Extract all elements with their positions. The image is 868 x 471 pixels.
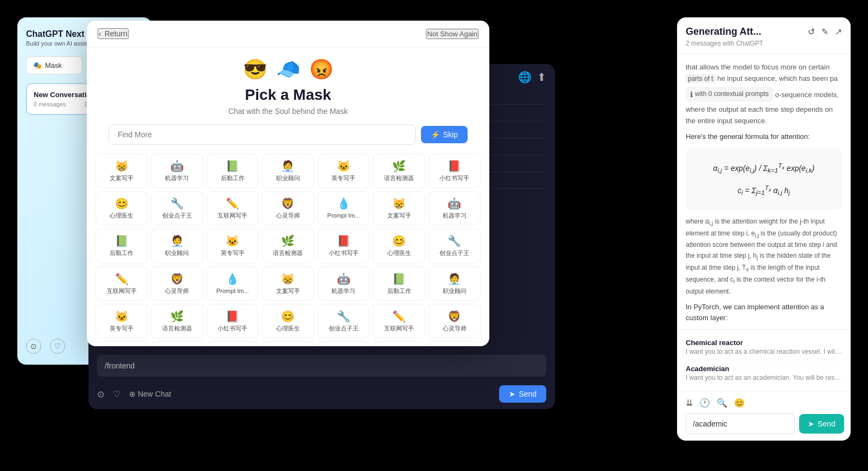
- suggestion-academician[interactable]: Academician I want you to act as an acad…: [686, 360, 842, 386]
- new-chat-dark[interactable]: ⊕ New Chat: [129, 390, 171, 398]
- mask-item[interactable]: 😸文案写手: [151, 341, 203, 346]
- math-line-1: αi,j = exp(ei,j) / Σk=1Tx exp(ei,k): [694, 161, 833, 176]
- send-button-dark[interactable]: ➤ Send: [499, 385, 546, 403]
- mask-item[interactable]: 🤖机器学习: [317, 266, 369, 301]
- share-icon[interactable]: ↗: [835, 27, 842, 37]
- right-panel-footer: ⇊ 🕐 🔍 😊 ➤ Send: [677, 391, 851, 441]
- math-block: αi,j = exp(ei,j) / Σk=1Tx exp(ei,k) ci =…: [686, 149, 842, 209]
- mask-item[interactable]: ✏️互联网写手: [207, 191, 259, 225]
- collapse-icon[interactable]: ⇊: [686, 398, 693, 408]
- mask-item[interactable]: 🌿语言检测器: [151, 304, 203, 338]
- mask-item[interactable]: 🌿语言检测器: [262, 228, 314, 263]
- globe-icon[interactable]: 🌐: [518, 71, 532, 84]
- suggestions-area: Chemical reactor I want you to act as a …: [677, 329, 851, 391]
- mask-item[interactable]: 💧Prompt Im...: [95, 341, 148, 346]
- mask-item[interactable]: 📕小红书写手: [207, 304, 259, 338]
- formula-intro: Here's the general formula for attention…: [686, 131, 842, 143]
- footer-icons: ⊙ ♡: [26, 339, 65, 354]
- search-footer-icon[interactable]: 🔍: [717, 398, 727, 408]
- math-line-2: ci = Σj=1Tx αi,j hj: [694, 183, 833, 198]
- mask-item[interactable]: 🦁心灵导师: [262, 191, 314, 225]
- mask-item[interactable]: 😸文案写手: [373, 191, 425, 225]
- send-icon-dark: ➤: [509, 390, 515, 398]
- mask-item[interactable]: 📗后勤工作: [95, 228, 148, 263]
- mask-item[interactable]: 📗后勤工作: [207, 154, 259, 188]
- mask-item[interactable]: 🔧创业点子王: [151, 191, 203, 225]
- right-panel-subtitle: 2 messages with ChatGPT: [686, 40, 842, 47]
- mask-item[interactable]: ✏️互联网写手: [373, 304, 425, 338]
- python-intro: In PyTorch, we can implement attention a…: [686, 302, 842, 324]
- chat-footer: ⊙ ♡ ⊕ New Chat ➤ Send: [88, 382, 555, 409]
- mask-search-input[interactable]: [108, 124, 416, 145]
- mask-item[interactable]: 🌿语言检测器: [373, 154, 425, 188]
- mask-item[interactable]: 📗启动工作: [262, 341, 314, 346]
- not-show-again-button[interactable]: Not Show Again: [426, 29, 478, 39]
- modal-topbar: ‹ Return Not Show Again: [87, 21, 489, 47]
- upload-icon[interactable]: ⬆: [537, 71, 546, 84]
- info-icon: ℹ: [690, 88, 693, 100]
- chat-footer-left: ⊙ ♡ ⊕ New Chat: [97, 389, 171, 399]
- skip-button[interactable]: ⚡ Skip: [421, 126, 468, 143]
- mask-item[interactable]: ✏️互联网写手: [95, 266, 148, 301]
- mask-item[interactable]: 🧑‍💼职业顾问: [317, 341, 369, 346]
- mask-item[interactable]: 🤖机器学习: [151, 154, 203, 188]
- emoji-3: 😡: [309, 58, 334, 81]
- bookmark-icon[interactable]: ♡: [113, 389, 120, 399]
- modal-emoji-row: 😎 🧢 😡: [87, 58, 489, 81]
- right-panel-content: that allows the model to focus more on c…: [677, 54, 851, 329]
- suggestion-chemical-reactor[interactable]: Chemical reactor I want you to act as a …: [686, 334, 842, 360]
- modal-title: Pick a Mask: [87, 86, 489, 104]
- mask-item[interactable]: 🦁心灵导师: [151, 266, 203, 301]
- explanation-text: where αi,j is the attention weight for t…: [686, 217, 842, 297]
- clock-icon[interactable]: 🕐: [699, 398, 710, 408]
- mask-item[interactable]: 🐱英专写手: [95, 304, 148, 338]
- settings-icon-chat[interactable]: ⊙: [97, 389, 104, 399]
- mask-item[interactable]: 🤖机器学习: [429, 191, 481, 225]
- mask-modal: ‹ Return Not Show Again 😎 🧢 😡 Pick a Mas…: [87, 21, 489, 346]
- undo-icon[interactable]: ↺: [808, 27, 815, 37]
- return-button[interactable]: ‹ Return: [98, 28, 129, 39]
- mask-item[interactable]: 😸文案写手: [262, 266, 314, 301]
- emoji-footer-icon[interactable]: 😊: [734, 398, 745, 408]
- right-header-icons: ↺ ✎ ↗: [808, 27, 842, 37]
- mask-item[interactable]: 🐱英专写手: [207, 228, 259, 263]
- parts-of-text: parts of t: [686, 74, 716, 83]
- right-input-row: ➤ Send: [686, 413, 842, 434]
- send-icon-right: ➤: [808, 419, 814, 428]
- right-chat-input[interactable]: [686, 413, 795, 434]
- lightning-icon: ⚡: [431, 130, 440, 139]
- mask-item[interactable]: 📕小红书写手: [317, 228, 369, 263]
- right-panel-title: Generating Att...: [686, 26, 761, 37]
- mask-item[interactable]: 💧Prompt Im...: [207, 266, 259, 301]
- modal-subtitle: Chat with the Soul behind the Mask: [87, 107, 489, 116]
- mask-grid: 😸文案写手🤖机器学习📗后勤工作🧑‍💼职业顾问🐱英专写手🌿语言检测器📕小红书写手😊…: [87, 154, 489, 346]
- chat-input[interactable]: [97, 355, 546, 377]
- mask-item[interactable]: 😸文案写手: [95, 154, 148, 188]
- mask-item[interactable]: 🐱英专写手: [317, 154, 369, 188]
- mask-item[interactable]: 😊心理医生: [373, 228, 425, 263]
- mask-item[interactable]: 🌿语言检测器: [429, 341, 481, 346]
- mask-item[interactable]: 🔧创业点子王: [429, 228, 481, 263]
- mask-item[interactable]: 💧Prompt Im...: [317, 191, 369, 225]
- modal-search-row: ⚡ Skip: [87, 124, 489, 145]
- right-footer-icons: ⇊ 🕐 🔍 😊: [686, 398, 842, 408]
- mask-button[interactable]: 🎭 Mask: [26, 56, 82, 74]
- mask-item[interactable]: 🤖机器学习: [207, 341, 259, 346]
- emoji-2: 🧢: [276, 58, 301, 81]
- github-icon[interactable]: ♡: [50, 339, 65, 354]
- chevron-left-icon: ‹: [99, 29, 101, 38]
- mask-item[interactable]: 🧑‍💼职业顾问: [429, 266, 481, 301]
- mask-item[interactable]: 🐱英专写手: [373, 341, 425, 346]
- edit-icon[interactable]: ✎: [821, 27, 828, 37]
- mask-item[interactable]: 📗后勤工作: [373, 266, 425, 301]
- mask-item[interactable]: 🧑‍💼职业顾问: [262, 154, 314, 188]
- settings-icon[interactable]: ⊙: [26, 339, 41, 354]
- mask-item[interactable]: 🦁心灵导师: [429, 304, 481, 338]
- right-send-button[interactable]: ➤ Send: [799, 414, 844, 434]
- mask-item[interactable]: 📕小红书写手: [429, 154, 481, 188]
- mask-item[interactable]: 🧑‍💼职业顾问: [151, 228, 203, 263]
- mask-item[interactable]: 🔧创业点子王: [317, 304, 369, 338]
- mask-item[interactable]: 😊心理医生: [95, 191, 148, 225]
- mask-item[interactable]: 😊心理医生: [262, 304, 314, 338]
- chat-input-area: [88, 349, 555, 382]
